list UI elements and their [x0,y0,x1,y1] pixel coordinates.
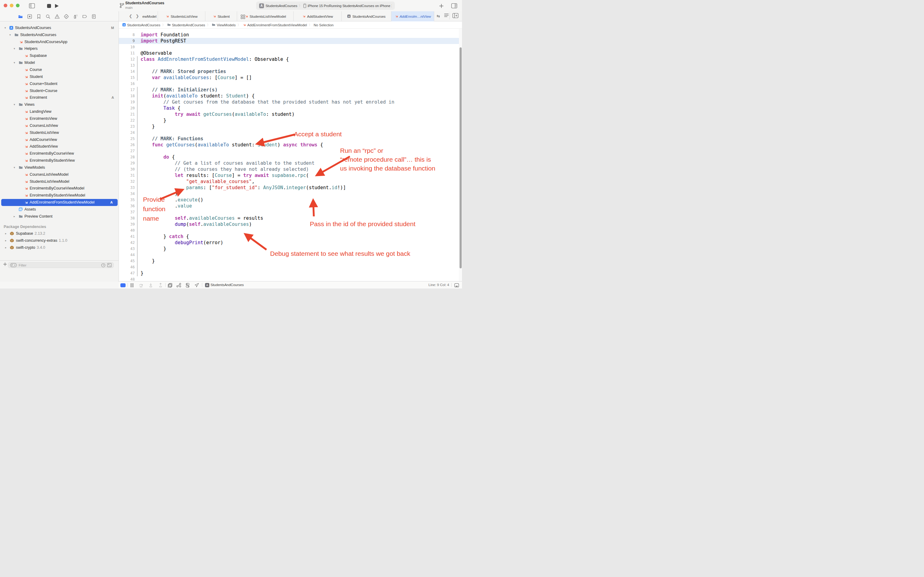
package-item-swift-crypto[interactable]: ▸ swift-crypto3.4.0 [0,244,119,251]
code-line-24[interactable]: 24 [119,130,462,136]
disclosure-right-icon[interactable]: ▸ [4,232,7,235]
sidebar-item-landingview[interactable]: LandingView [0,108,119,115]
zoom-window-button[interactable] [16,4,19,7]
debug-navigator-icon[interactable] [73,14,78,19]
code-line-33[interactable]: 33 params: ["for_student_id": AnyJSON.in… [119,185,462,191]
breakpoints-navigator-icon[interactable] [82,14,87,19]
sidebar-item-addstudentview[interactable]: AddStudentView [0,143,119,150]
breadcrumb-item[interactable]: AStudentsAndCourses [122,23,160,27]
sidebar-item-helpers[interactable]: ▾Helpers [0,45,119,52]
code-line-34[interactable]: 34 ) [119,191,462,197]
code-line-9[interactable]: 9import PostgREST [119,38,462,44]
sidebar-item-student[interactable]: Student [0,73,119,80]
code-line-8[interactable]: 8import Foundation [119,32,462,38]
step-into-icon[interactable] [148,282,153,288]
sidebar-item-studentsandcourses[interactable]: ▾AStudentsAndCoursesM [0,24,119,31]
sidebar-item-preview-content[interactable]: ▸Preview Content [0,213,119,220]
sidebar-item-enrolmentsbystudentview[interactable]: EnrolmentsByStudentView [0,157,119,164]
swap-editor-icon[interactable]: ⇆ [437,14,440,18]
code-line-16[interactable]: 16 [119,81,462,87]
filter-options-icon[interactable] [10,263,17,267]
sidebar-item-enrolmentsbycourseviewmodel[interactable]: EnrolmentsByCourseViewModel [0,185,119,192]
code-line-45[interactable]: 45 } [119,258,462,264]
breadcrumb-item[interactable]: No Selection [314,23,334,27]
breadcrumb-item[interactable]: ViewModels [212,23,236,27]
disclosure-down-icon[interactable]: ▾ [4,26,7,29]
navigator-filter-field[interactable]: Filter [8,262,114,268]
disclosure-right-icon[interactable]: ▸ [4,246,7,249]
source-control-navigator-icon[interactable] [27,14,32,19]
go-back-icon[interactable]: ❮ [129,14,132,18]
breadcrumb-item[interactable]: StudentsAndCourses [167,23,205,27]
code-line-20[interactable]: 20 Task { [119,105,462,111]
code-line-17[interactable]: 17 // MARK: Initializer(s) [119,87,462,93]
editor-tab-studentslistviewmodel[interactable]: StudentsListViewModel [237,11,294,21]
add-editor-plus-icon[interactable] [438,2,445,10]
pause-execution-icon[interactable] [129,282,135,288]
reports-navigator-icon[interactable] [91,14,97,19]
sidebar-item-views[interactable]: ▾Views [0,101,119,108]
sidebar-item-studentsandcoursesapp[interactable]: StudentsAndCoursesApp [0,38,119,45]
location-simulate-icon[interactable] [194,282,200,288]
editor-options-icon[interactable] [454,282,459,288]
code-line-15[interactable]: 15 var availableCourses: [Course] = [] [119,74,462,81]
close-window-button[interactable] [4,4,7,7]
sidebar-item-model[interactable]: ▾Model [0,59,119,66]
code-line-19[interactable]: 19 // Get courses from the database that… [119,99,462,105]
code-line-25[interactable]: 25 // MARK: Functions [119,136,462,142]
code-line-14[interactable]: 14 // MARK: Stored properties [119,68,462,74]
breadcrumb-item[interactable]: AddEnrolmentFromStudentViewModel [242,23,307,27]
sidebar-item-course[interactable]: Course [0,66,119,73]
toggle-navigator-icon[interactable] [28,2,35,10]
minimize-window-button[interactable] [10,4,13,7]
code-line-11[interactable]: 11@Observable [119,50,462,56]
code-line-13[interactable]: 13 [119,62,462,68]
editor-tab-studentslistview[interactable]: StudentsListView [158,11,205,21]
code-line-46[interactable]: 46 [119,264,462,270]
disclosure-down-icon[interactable]: ▾ [13,166,16,169]
go-forward-icon[interactable]: ❯ [136,14,139,18]
step-out-icon[interactable] [158,282,163,288]
split-editor-plus-icon[interactable] [452,13,458,19]
editor-tab-student[interactable]: Student [205,11,237,21]
code-line-36[interactable]: 36 .value [119,203,462,209]
scheme-status-bar[interactable]: A StudentsAndCourses 〉 iPhone 15 Pro Run… [256,2,395,10]
sidebar-item-studentsandcourses[interactable]: ▾StudentsAndCourses [0,31,119,38]
sidebar-item-supabase[interactable]: Supabase [0,52,119,59]
sidebar-item-enrolmentsbycourseview[interactable]: EnrolmentsByCourseView [0,150,119,157]
editor-tab-addstudentview[interactable]: AddStudentView [294,11,341,21]
disclosure-down-icon[interactable]: ▾ [13,61,16,64]
sidebar-item-assets[interactable]: Assets [0,206,119,213]
sidebar-item-enrolmentsbystudentviewmodel[interactable]: EnrolmentsByStudentViewModel [0,192,119,199]
sidebar-item-courseslistviewmodel[interactable]: CoursesListViewModel [0,171,119,178]
code-line-10[interactable]: 10 [119,44,462,50]
sidebar-item-enrolment[interactable]: EnrolmentA [0,94,119,101]
code-line-18[interactable]: 18 init(availableTo student: Student) { [119,93,462,99]
add-file-plus-icon[interactable] [3,262,7,268]
code-line-31[interactable]: 31 let results: [Course] = try await sup… [119,172,462,179]
editor-tab-addenrolm-ntview[interactable]: AddEnrolm…ntView [391,11,434,21]
disclosure-down-icon[interactable]: ▾ [13,47,16,50]
bookmarks-navigator-icon[interactable] [36,14,42,19]
package-item-supabase[interactable]: ▸ Supabase2.13.2 [0,230,119,237]
code-line-12[interactable]: 12class AddEnrolmentFromStudentViewModel… [119,56,462,62]
stop-button[interactable] [45,2,53,10]
memory-debug-icon[interactable] [185,282,190,288]
code-line-32[interactable]: 32 "get_available_courses", [119,179,462,185]
sidebar-item-studentslistview[interactable]: StudentsListView [0,129,119,136]
sidebar-item-viewmodels[interactable]: ▾ViewModels [0,164,119,171]
code-review-lines-icon[interactable] [444,13,449,19]
code-line-40[interactable]: 40 [119,227,462,234]
debug-hierarchy-icon[interactable] [176,282,182,288]
debug-bar-app-label[interactable]: StudentsAndCourses [211,283,244,287]
scheme-name[interactable]: StudentsAndCourses [266,4,297,8]
disclosure-right-icon[interactable]: ▸ [13,215,16,218]
code-line-35[interactable]: 35 .execute() [119,197,462,203]
code-line-42[interactable]: 42 debugPrint(error) [119,240,462,246]
package-item-swift-concurrency-extras[interactable]: ▸ swift-concurrency-extras1.1.0 [0,237,119,244]
find-navigator-icon[interactable] [45,14,51,19]
view-debugger-icon[interactable] [167,282,173,288]
code-line-21[interactable]: 21 try await getCourses(availableTo: stu… [119,111,462,118]
sidebar-item-course-student[interactable]: Course+Student [0,80,119,87]
sidebar-item-courseslistview[interactable]: CoursesListView [0,122,119,129]
